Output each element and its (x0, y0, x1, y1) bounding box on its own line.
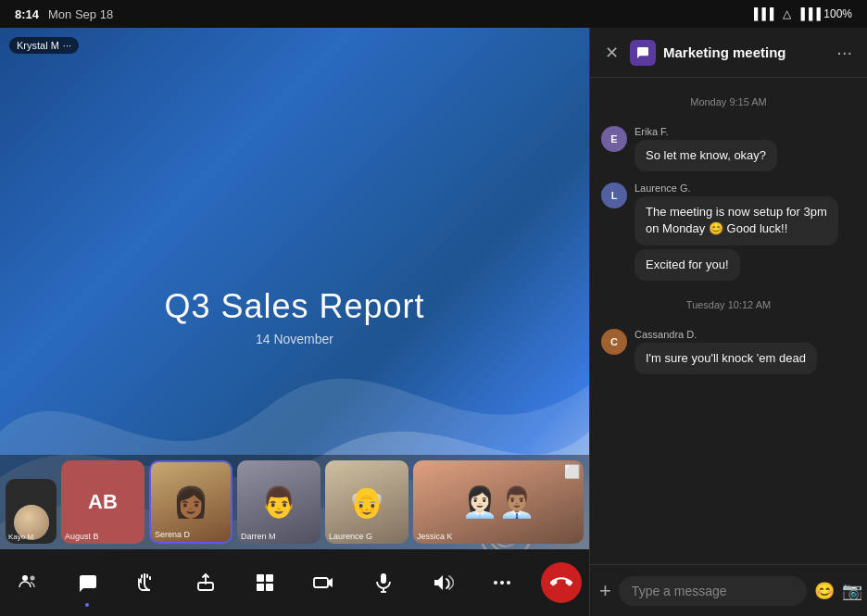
chat-channel-icon (630, 40, 656, 66)
bubble-cassandra-0: I'm sure you'll knock 'em dead (635, 343, 817, 374)
bubbles-cassandra: I'm sure you'll knock 'em dead (635, 343, 856, 374)
active-speaker-badge: Krystal M ··· (9, 37, 79, 54)
svg-point-2 (31, 576, 35, 581)
status-time: 8:14 (15, 7, 39, 21)
august-initials: AB (88, 490, 118, 514)
svg-point-12 (500, 581, 504, 585)
participant-label-serena: Serena D (155, 530, 190, 539)
svg-point-11 (494, 581, 497, 585)
more-button[interactable] (482, 562, 522, 603)
status-bar: 8:14 Mon Sep 18 ▌▌▌ △ ▐▐▐ 100% (0, 0, 867, 28)
message-laurence: L Laurence G. The meeting is now setup f… (601, 182, 856, 281)
chat-panel: ✕ Marketing meeting ··· Monday 9:15 AM E… (589, 28, 867, 616)
participant-strip: Kayo M AB August B 👩🏾 Serena D 👨 Darren … (0, 455, 589, 549)
participant-self: Kayo M (6, 479, 57, 544)
svg-rect-7 (266, 584, 273, 591)
presentation-main-title: Q3 Sales Report (164, 286, 424, 325)
main-container: Q3 Sales Report 14 November Krystal M ··… (0, 28, 867, 616)
avatar-erika: E (601, 126, 627, 152)
presentation-subtitle: 14 November (164, 331, 424, 346)
participant-label-kayo: Kayo M (8, 533, 33, 541)
participant-label-jessica: Jessica K (417, 532, 453, 541)
bubbles-laurence: The meeting is now setup for 3pm on Mond… (635, 196, 856, 281)
active-speaker-name: Krystal M (17, 40, 59, 51)
status-date: Mon Sep 18 (48, 7, 113, 21)
participants-button[interactable] (7, 562, 48, 603)
presentation-title-block: Q3 Sales Report 14 November (164, 286, 424, 346)
svg-point-1 (22, 575, 28, 581)
svg-rect-8 (381, 573, 386, 584)
battery-icon: ▐▐▐ 100% (797, 7, 852, 20)
participant-jessica: 👩🏻‍💼👨🏽‍💼 Jessica K ⬜ (413, 460, 584, 544)
participant-darren: 👨 Darren M (237, 460, 320, 544)
participant-laurence: 👴 Laurence G (325, 460, 408, 544)
chat-header: ✕ Marketing meeting ··· (590, 28, 867, 78)
message-cassandra: C Cassandra D. I'm sure you'll knock 'em… (601, 329, 856, 374)
sender-erika: Erika F. (635, 126, 856, 137)
participant-label-august: August B (65, 532, 99, 541)
svg-rect-5 (266, 574, 273, 582)
video-button[interactable] (304, 562, 345, 603)
bubble-laurence-1: Excited for you! (635, 249, 740, 281)
message-content-cassandra: Cassandra D. I'm sure you'll knock 'em d… (635, 329, 856, 374)
wifi-icon: △ (783, 7, 791, 20)
bubble-erika-0: So let me know, okay? (635, 140, 777, 171)
bubble-laurence-0: The meeting is now setup for 3pm on Mond… (635, 196, 838, 245)
chat-input[interactable] (619, 576, 807, 606)
raise-hand-button[interactable] (126, 562, 167, 603)
participant-serena: 👩🏾 Serena D (149, 460, 232, 544)
chat-add-button[interactable]: + (599, 579, 611, 603)
chat-input-area: + 😊 📷 🎤 (590, 564, 867, 616)
status-icons: ▌▌▌ △ ▐▐▐ 100% (754, 7, 852, 20)
avatar-laurence: L (601, 182, 627, 208)
chat-button[interactable] (67, 562, 107, 603)
participant-label-darren: Darren M (241, 532, 276, 541)
active-speaker-dots: ··· (63, 40, 71, 51)
chat-messages: Monday 9:15 AM E Erika F. So let me know… (590, 78, 867, 564)
toolbar (0, 549, 589, 616)
sender-laurence: Laurence G. (635, 182, 856, 194)
speaker-button[interactable] (422, 562, 463, 603)
message-erika: E Erika F. So let me know, okay? (601, 126, 856, 171)
signal-icon: ▌▌▌ (754, 7, 778, 20)
participant-label-laurence: Laurence G (329, 532, 372, 541)
share-button[interactable] (185, 562, 226, 603)
svg-rect-4 (257, 574, 264, 582)
sender-cassandra: Cassandra D. (635, 329, 856, 340)
date-separator-2: Tuesday 10:12 AM (601, 299, 856, 310)
message-content-erika: Erika F. So let me know, okay? (635, 126, 856, 171)
camera-button[interactable]: 📷 (842, 581, 862, 601)
emoji-button[interactable]: 😊 (814, 581, 835, 601)
svg-rect-6 (257, 584, 264, 591)
end-call-button[interactable] (541, 562, 582, 603)
chat-close-button[interactable]: ✕ (601, 39, 622, 67)
chat-title: Marketing meeting (663, 44, 825, 60)
chat-more-button[interactable]: ··· (833, 38, 856, 67)
avatar-cassandra: C (601, 329, 627, 355)
left-panel: Q3 Sales Report 14 November Krystal M ··… (0, 28, 589, 616)
svg-point-13 (507, 581, 510, 585)
bubbles-erika: So let me know, okay? (635, 140, 856, 171)
grid-button[interactable] (245, 562, 285, 603)
message-content-laurence: Laurence G. The meeting is now setup for… (635, 182, 856, 281)
date-separator-1: Monday 9:15 AM (601, 96, 856, 107)
mic-button[interactable] (363, 562, 404, 603)
participant-august: AB August B (61, 460, 144, 544)
